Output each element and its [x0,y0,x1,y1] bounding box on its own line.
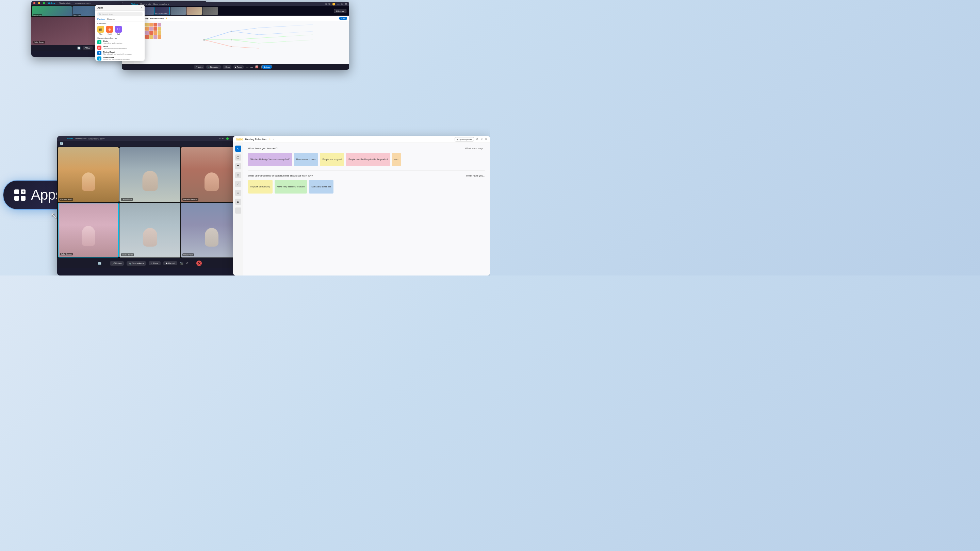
record-btn-bc[interactable]: ⏺ Record [163,261,177,265]
activity-icon-bc: 🔄 [60,142,63,145]
sticky-make-help[interactable]: Make help easier to find/use [275,180,307,194]
webex-window-bottom-center: Webex Meeting info Show menu bar ▾ 12:40… [57,136,243,275]
mute-btn-bc[interactable]: 🎤 Mute ▾ [110,261,124,266]
svg-line-10 [259,37,286,38]
fav-hoyli[interactable]: ⊕ Hoyli [106,26,113,35]
record-btn-tr[interactable]: ⏺ Record [234,65,243,69]
more-icon-tr[interactable]: ⋯ [275,66,277,68]
fav-miro[interactable]: m Miro [97,26,104,35]
show-menu-bc[interactable]: Show menu bar ▾ [89,137,105,140]
miro-br-logo: miro [236,137,243,141]
star-icon-br[interactable]: ☆ [269,138,271,141]
share-btn-bc[interactable]: ↑ Share [149,261,161,265]
apps-panel-close[interactable]: ✕ [140,6,143,9]
minimize-tr[interactable]: — [337,3,340,5]
tab-my-apps[interactable]: My Apps [97,17,105,21]
fav-hudl[interactable]: H Hudl [115,26,122,35]
frame-tool-br[interactable]: ▢ [235,154,241,160]
svg-line-11 [259,41,286,43]
webex-window-top-right: Webex Meeting info Show menu bar ▾ 12:40… [122,2,349,70]
miro-canvas-area: ↖ ▢ T ◇ / [134,21,349,64]
stop-video-btn-tr[interactable]: 📷 Stop video ▾ [206,65,221,69]
svg-line-4 [231,31,259,35]
open-together-btn[interactable]: ⊞ Open together [455,137,474,141]
sticky-improve-onboarding[interactable]: Improve onboarding [248,180,272,194]
sticky-people-great[interactable]: People are so great [320,153,344,166]
apps-search[interactable]: 🔍 Search Apps [97,12,143,16]
tab-discover[interactable]: Discover [107,17,115,21]
refresh-icon-bc[interactable]: ↺ [186,262,189,265]
close-tr[interactable]: ✕ [345,3,347,5]
cursor-arrow: ↖ [50,211,58,221]
mute-btn-tr[interactable]: 🎤 Mute ▾ [194,65,204,69]
maximize-dot[interactable] [43,2,45,4]
video-label-2: Henry Riggs [121,198,133,201]
search-icon: 🔍 [99,13,101,15]
more-icon-bc[interactable]: ⋯ [66,143,68,145]
titlebar-tr: Webex Meeting info Show menu bar ▾ 12:40… [122,2,349,6]
apps-tabs: My Apps Discover [95,17,145,21]
more-icon-bc2[interactable]: ⋯ [191,262,194,265]
sticky-we-should[interactable]: We should design "non-tech-savvy-first" [248,153,292,166]
tr-thumb-5[interactable] [186,7,202,15]
svg-line-2 [204,40,231,47]
layout-btn-tr[interactable]: ⊞ Layout [334,9,347,13]
tr-thumb-6[interactable] [202,7,218,15]
svg-line-14 [286,35,313,37]
refresh-icon-br[interactable]: ↺ [476,138,479,141]
menu-bar-label[interactable]: Show menu bar ▾ [75,2,91,5]
open-together-icon: ⊞ [457,138,458,140]
tr-thumb-3[interactable]: SHYT16-GREAT-WALL [154,7,170,15]
miro-br-main: ↖ ▢ T ◇ / □ ⊞ ⋯ What have you learned? W… [233,143,490,275]
external-link-icon-br[interactable]: ↗ [480,138,483,141]
video-label-5: Marise Torres [121,253,134,256]
hudl-icon: H [115,26,122,33]
tr-thumb-4[interactable] [170,7,186,15]
suggest-thrive[interactable]: T Thrive Reset Take a breath and reset w… [95,50,145,56]
video-cell-2: Henry Riggs [119,147,180,202]
sticky-10 [158,27,161,30]
text-tool-br[interactable]: T [235,163,241,169]
select-tool-br[interactable]: ↖ [235,146,241,152]
more-tool-br[interactable]: ⋯ [235,208,241,214]
stickies-section-1: We should design "non-tech-savvy-first" … [243,151,490,169]
show-menu-tr[interactable]: Show menu bar ▾ [153,3,169,5]
controls-tr: 🎤 Mute ▾ 📷 Stop video ▾ ↑ Share ⏺ Record… [122,64,349,70]
close-dot[interactable] [33,2,35,4]
suggest-slido[interactable]: S Slido Live polling and questions [95,40,145,45]
camera-icon-bc[interactable]: 📷 [180,262,183,265]
controls-bc: 🔄 ⋯ 🎤 Mute ▾ 📷 Stop video ▾ ↑ Share ⏺ Re… [57,258,243,268]
mute-btn-tl[interactable]: 🎤 Mute ▾ [83,46,93,50]
star-icon-tr[interactable]: ★ [165,17,167,20]
export-icon-br[interactable]: ↑ [273,138,274,140]
shape-tool-br[interactable]: ◇ [235,172,241,178]
thumb-1[interactable]: Clarissa Smith [32,6,72,16]
suggest-mural[interactable]: M Mural Online collaborative whiteboard [95,45,145,50]
suggest-smartsheet[interactable]: S Smartsheet Sheets and dashboards in re… [95,56,145,61]
smartsheet-info: Smartsheet Sheets and dashboards in real… [103,56,130,60]
apps-btn-tr[interactable]: ⊞ Apps [261,65,272,69]
end-call-btn-bc[interactable]: ✕ [196,260,202,266]
share-btn-miro-tr[interactable]: Share [339,17,347,20]
close-icon-br[interactable]: ✕ [485,138,487,141]
stop-video-btn-bc[interactable]: 📷 Stop video ▾ [127,261,146,266]
topbar-bc: 🔄 ⋯ [57,141,243,147]
minimize-bc[interactable]: — [231,137,233,140]
minimize-dot[interactable] [38,2,40,4]
restore-tr[interactable]: □ [342,3,343,5]
hoyli-label: Hoyli [108,33,111,35]
dots-bc[interactable]: ⋯ [104,262,107,265]
end-call-btn-tr[interactable]: ✕ [255,65,259,69]
minus-btn-tr[interactable]: — [250,66,253,68]
svg-line-9 [259,33,286,35]
sticky-2 [145,23,149,27]
sticky-tool-br[interactable]: □ [235,190,241,196]
sticky-cant-find[interactable]: People can't find help inside the produc… [346,153,390,166]
pen-tool-br[interactable]: / [235,181,241,187]
sticky-icons-labels[interactable]: Icons and labels are [309,180,334,194]
titlebar-bc: Webex Meeting info Show menu bar ▾ 12:40… [57,136,243,141]
share-btn-tr[interactable]: ↑ Share [223,65,231,69]
sticky-user-research[interactable]: User research rules [294,153,318,166]
crop-tool-br[interactable]: ⊞ [235,198,241,205]
svg-line-8 [259,26,286,28]
